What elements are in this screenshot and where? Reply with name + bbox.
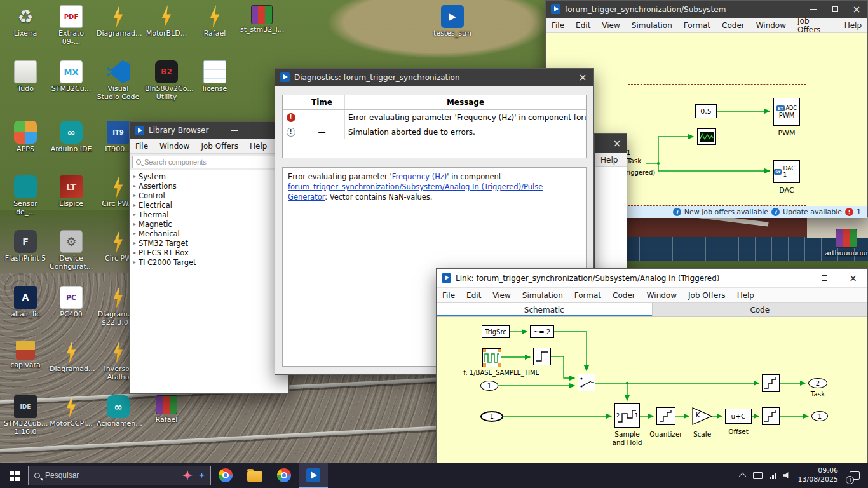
component-search[interactable] (132, 156, 286, 168)
desktop-icon-license[interactable]: license (193, 60, 236, 93)
expand-arrow-icon[interactable]: ▸ (133, 250, 136, 255)
update-status[interactable]: Update available (783, 208, 842, 216)
menu-edit[interactable]: Edit (570, 21, 596, 30)
menu-window[interactable]: Window (154, 142, 195, 151)
desktop-icon-visual-studio-code[interactable]: Visual Studio Code (97, 60, 140, 101)
titlebar[interactable]: × (595, 134, 627, 153)
menu-job-offers[interactable]: Job Offers (682, 291, 731, 300)
search-input[interactable] (45, 471, 177, 480)
input-port-1[interactable]: 1 (480, 381, 498, 391)
titlebar[interactable]: Link: forum_trigger_synchronization/Subs… (437, 269, 867, 288)
tree-item-thermal[interactable]: ▸Thermal (130, 210, 288, 219)
expand-arrow-icon[interactable]: ▸ (133, 183, 136, 189)
quantizer-block-top[interactable] (762, 374, 780, 392)
minimize-button[interactable] (803, 1, 824, 18)
scope-block[interactable] (697, 128, 716, 145)
quantizer-block-2[interactable] (762, 407, 780, 425)
menu-job-offers[interactable]: Job Offers (195, 142, 244, 151)
constant-block[interactable]: 0.5 (695, 104, 717, 118)
maximize-button[interactable] (810, 269, 839, 287)
desktop-icon-sensor-de-[interactable]: Sensor de_... (4, 175, 47, 216)
menu-help[interactable]: Help (839, 21, 867, 30)
desktop-icon-device-configurat-[interactable]: ⚙Device Configurat... (50, 230, 93, 271)
tab-code[interactable]: Code (652, 303, 868, 316)
expand-arrow-icon[interactable]: ▸ (133, 221, 136, 227)
tree-item-system[interactable]: ▸System (130, 172, 288, 181)
desktop-icon-flashprint-5[interactable]: FFlashPrint 5 (4, 230, 47, 263)
menu-window[interactable]: Window (750, 21, 792, 30)
desktop-icon-acionamen-[interactable]: ∞Acionamen... (97, 395, 140, 428)
desktop-icon-stm32cub-1-16-0[interactable]: IDESTM32Cub... 1.16.0 (4, 395, 47, 436)
desktop-icon-diagramad-[interactable]: Diagramad... (97, 5, 140, 38)
tray-expand-icon[interactable] (739, 473, 746, 480)
info-icon[interactable]: i (771, 208, 780, 216)
desktop-icon-rafael[interactable]: Rafael (145, 395, 188, 424)
close-button[interactable]: × (607, 134, 627, 153)
diagnostic-row[interactable]: !—Simulation aborted due to errors. (283, 125, 586, 139)
menu-simulation[interactable]: Simulation (626, 21, 678, 30)
volume-tray-icon[interactable] (783, 472, 791, 479)
network-tray-icon[interactable] (770, 472, 776, 479)
menu-file[interactable]: File (130, 142, 154, 151)
tree-item-plecs-rt-box[interactable]: ▸PLECS RT Box (130, 248, 288, 257)
schematic-canvas[interactable]: TrigSrc ~= 2 f: 1/BASE_SAMPLE_TIME 1 (437, 317, 867, 463)
start-button[interactable] (0, 463, 28, 488)
minimize-button[interactable] (782, 269, 810, 287)
taskbar-app-chrome[interactable] (211, 463, 240, 488)
menu-simulation[interactable]: Simulation (517, 291, 569, 300)
desktop-icon-diagramad-[interactable]: Diagramad... (50, 341, 93, 374)
desktop-icon-bln580v2co-utility[interactable]: B2Bln580v2Co... Utility (145, 60, 188, 101)
menu-coder[interactable]: Coder (607, 291, 641, 300)
pwm-block[interactable]: STADC PWM (773, 98, 800, 126)
maximize-button[interactable] (824, 1, 846, 18)
titlebar[interactable]: forum_trigger_synchronization/Subsystem … (546, 1, 867, 18)
titlebar[interactable]: Library Browser × (130, 122, 288, 139)
taskbar-app-explorer[interactable] (240, 463, 269, 488)
alert-icon[interactable]: ! (845, 208, 853, 216)
tree-item-ti-c2000-target[interactable]: ▸TI C2000 Target (130, 257, 288, 267)
desktop-icon-st-stm32-l-[interactable]: st_stm32_l... (240, 5, 283, 34)
quantizer-block[interactable] (656, 407, 675, 425)
desktop-icon-pc400[interactable]: PCPC400 (50, 286, 93, 319)
minimize-button[interactable] (224, 122, 245, 139)
close-button[interactable]: × (839, 269, 867, 287)
maximize-button[interactable] (245, 122, 267, 139)
tree-item-assertions[interactable]: ▸Assertions (130, 181, 288, 191)
desktop-icon-capivara[interactable]: capivara (4, 341, 47, 370)
titlebar[interactable]: Diagnostics: forum_trigger_synchronizati… (275, 69, 593, 86)
desktop-icon-tudo[interactable]: Tudo (4, 60, 47, 93)
tab-schematic[interactable]: Schematic (437, 303, 652, 316)
expand-arrow-icon[interactable]: ▸ (133, 212, 136, 217)
desktop-icon-lixeira[interactable]: ♻Lixeira (4, 5, 47, 38)
menu-coder[interactable]: Coder (716, 21, 750, 30)
tree-item-mechanical[interactable]: ▸Mechanical (130, 229, 288, 238)
expand-arrow-icon[interactable]: ▸ (133, 173, 136, 179)
desktop-icon-stm32cu-[interactable]: MXSTM32Cu... (50, 60, 93, 93)
desktop-icon-motorccpi-[interactable]: MotorCCPI... (50, 395, 93, 428)
desktop-icon-rafael[interactable]: Rafael (193, 5, 236, 38)
display-tray-icon[interactable] (753, 472, 763, 479)
comparator-block[interactable]: ~= 2 (530, 325, 554, 338)
tree-item-electrical[interactable]: ▸Electrical (130, 200, 288, 210)
desktop-icon-motorbld-[interactable]: MotorBLD... (145, 5, 188, 38)
menu-format[interactable]: Format (678, 21, 716, 30)
desktop-icon-extrato-09-[interactable]: PDFExtrato 09-... (50, 5, 93, 46)
menu-help[interactable]: Help (244, 142, 273, 151)
desktop-icon-testes-stm[interactable]: ▶testes_stm (431, 5, 474, 38)
menu-help[interactable]: Help (595, 156, 623, 165)
menu-job-offers[interactable]: Job Offers (792, 17, 839, 34)
edge-trigger-block[interactable] (533, 348, 551, 365)
expand-arrow-icon[interactable]: ▸ (133, 193, 136, 198)
tree-item-control[interactable]: ▸Control (130, 191, 288, 200)
taskbar-search[interactable] (28, 466, 211, 485)
switch-block[interactable] (578, 374, 595, 391)
desktop-icon-arduino-ide[interactable]: ∞Arduino IDE (50, 121, 93, 154)
output-port-1[interactable]: 1 (811, 411, 828, 421)
desktop-icon-apps[interactable]: APPS (4, 121, 47, 154)
dac-block[interactable]: ST DAC 1 (773, 160, 800, 183)
error-link[interactable]: Frequency (Hz) (392, 172, 447, 181)
offset-block[interactable]: u+C (725, 409, 752, 424)
pulse-generator-block[interactable] (482, 348, 501, 367)
tree-item-stm32-target[interactable]: ▸STM32 Target (130, 238, 288, 248)
expand-arrow-icon[interactable]: ▸ (133, 202, 136, 208)
